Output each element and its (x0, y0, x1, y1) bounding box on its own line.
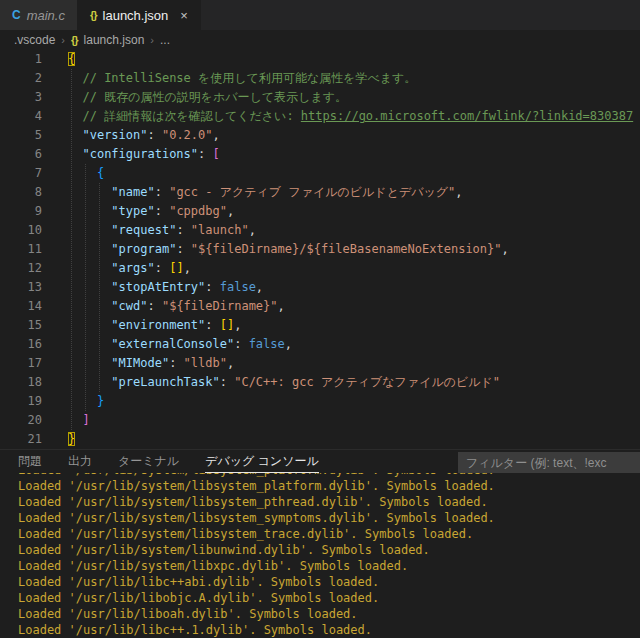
line-number: 17 (0, 354, 42, 373)
code-text: "name": "gcc - アクティブ ファイルのビルドとデバッグ", (42, 183, 463, 202)
code-line[interactable]: 2 // IntelliSense を使用して利用可能な属性を学べます。 (0, 69, 640, 88)
line-number: 9 (0, 202, 42, 221)
code-text: "stopAtEntry": false, (42, 278, 263, 297)
console-line: Loaded '/usr/lib/system/libsystem_trace.… (18, 526, 640, 542)
close-icon[interactable]: × (180, 8, 188, 23)
editor-tab-bar: C main.c {} launch.json × (0, 0, 640, 30)
panel-tab-output[interactable]: 出力 (68, 450, 92, 473)
code-editor[interactable]: 1{2 // IntelliSense を使用して利用可能な属性を学べます。3 … (0, 50, 640, 449)
line-number: 15 (0, 316, 42, 335)
console-line: Loaded '/usr/lib/system/libxpc.dylib'. S… (18, 558, 640, 574)
code-line[interactable]: 18 "preLaunchTask": "C/C++: gcc アクティブなファ… (0, 373, 640, 392)
console-line: Loaded '/usr/lib/system/libsystem_sympto… (18, 510, 640, 526)
code-text: "externalConsole": false, (42, 335, 292, 354)
line-number: 16 (0, 335, 42, 354)
console-lines: Loaded '/usr/lib/system/libsystem_platfo… (18, 478, 640, 638)
panel-tab-problems[interactable]: 問題 (18, 450, 42, 473)
editor-lines: 1{2 // IntelliSense を使用して利用可能な属性を学べます。3 … (0, 50, 640, 449)
code-text: "cwd": "${fileDirname}", (42, 297, 285, 316)
code-text: "version": "0.2.0", (42, 126, 220, 145)
line-number: 2 (0, 69, 42, 88)
chevron-right-icon: › (61, 34, 65, 46)
code-text: "args": [], (42, 259, 191, 278)
line-number: 19 (0, 392, 42, 411)
code-line[interactable]: 11 "program": "${fileDirname}/${fileBase… (0, 240, 640, 259)
line-number: 14 (0, 297, 42, 316)
code-text: "configurations": [ (42, 145, 220, 164)
code-text: { (42, 164, 104, 183)
code-line[interactable]: 15 "environment": [], (0, 316, 640, 335)
code-line[interactable]: 19 } (0, 392, 640, 411)
code-line[interactable]: 16 "externalConsole": false, (0, 335, 640, 354)
line-number: 6 (0, 145, 42, 164)
console-line: Loaded '/usr/lib/libc++.1.dylib'. Symbol… (18, 622, 640, 638)
code-line[interactable]: 12 "args": [], (0, 259, 640, 278)
code-line[interactable]: 20 ] (0, 411, 640, 430)
line-number: 3 (0, 88, 42, 107)
breadcrumb: .vscode › {} launch.json › ... (0, 30, 640, 50)
breadcrumb-item-symbol[interactable]: ... (160, 33, 170, 47)
code-line[interactable]: 4 // 詳細情報は次を確認してください: https://go.microso… (0, 107, 640, 126)
code-line[interactable]: 14 "cwd": "${fileDirname}", (0, 297, 640, 316)
code-line[interactable]: 13 "stopAtEntry": false, (0, 278, 640, 297)
code-text: "request": "launch", (42, 221, 256, 240)
line-number: 4 (0, 107, 42, 126)
panel-header: 問題 出力 ターミナル デバッグ コンソール (0, 449, 640, 473)
json-braces-icon: {} (90, 9, 97, 21)
breadcrumb-item-file[interactable]: launch.json (84, 33, 145, 47)
line-number: 1 (0, 50, 42, 69)
panel-tab-debug-console[interactable]: デバッグ コンソール (205, 450, 319, 473)
chevron-right-icon: › (150, 34, 154, 46)
line-number: 7 (0, 164, 42, 183)
tab-main-c[interactable]: C main.c (0, 0, 78, 30)
code-line[interactable]: 21} (0, 430, 640, 449)
console-line: Loaded '/usr/lib/liboah.dylib'. Symbols … (18, 606, 640, 622)
line-number: 20 (0, 411, 42, 430)
line-number: 8 (0, 183, 42, 202)
console-line: Loaded '/usr/lib/system/libsystem_pthrea… (18, 494, 640, 510)
code-line[interactable]: 7 { (0, 164, 640, 183)
code-text: // IntelliSense を使用して利用可能な属性を学べます。 (42, 69, 416, 88)
line-number: 11 (0, 240, 42, 259)
code-line[interactable]: 10 "request": "launch", (0, 221, 640, 240)
console-line: Loaded '/usr/lib/libc++abi.dylib'. Symbo… (18, 574, 640, 590)
json-braces-icon: {} (71, 34, 78, 46)
code-text: { (42, 50, 75, 69)
code-text: // 詳細情報は次を確認してください: https://go.microsoft… (42, 107, 633, 126)
console-line: Loaded '/usr/lib/libobjc.A.dylib'. Symbo… (18, 590, 640, 606)
code-text: } (42, 430, 75, 449)
code-line[interactable]: 6 "configurations": [ (0, 145, 640, 164)
code-text: // 既存の属性の説明をホバーして表示します。 (42, 88, 347, 107)
code-text: "preLaunchTask": "C/C++: gcc アクティブなファイルの… (42, 373, 500, 392)
line-number: 10 (0, 221, 42, 240)
tab-launch-json[interactable]: {} launch.json × (78, 0, 201, 30)
tab-label: main.c (27, 8, 65, 23)
debug-console-filter-input[interactable] (458, 452, 640, 473)
code-text: "program": "${fileDirname}/${fileBasenam… (42, 240, 509, 259)
code-line[interactable]: 17 "MIMode": "lldb", (0, 354, 640, 373)
code-line[interactable]: 8 "name": "gcc - アクティブ ファイルのビルドとデバッグ", (0, 183, 640, 202)
code-text: ] (42, 411, 90, 430)
console-line: Loaded '/usr/lib/system/libunwind.dylib'… (18, 542, 640, 558)
breadcrumb-item-vscode[interactable]: .vscode (14, 33, 55, 47)
indent-guide (71, 69, 72, 430)
line-number: 18 (0, 373, 42, 392)
console-line: Loaded '/usr/lib/system/libsystem_platfo… (18, 478, 640, 494)
code-line[interactable]: 9 "type": "cppdbg", (0, 202, 640, 221)
code-line[interactable]: 5 "version": "0.2.0", (0, 126, 640, 145)
indent-guide (99, 183, 100, 392)
code-line[interactable]: 1{ (0, 50, 640, 69)
line-number: 12 (0, 259, 42, 278)
line-number: 13 (0, 278, 42, 297)
code-line[interactable]: 3 // 既存の属性の説明をホバーして表示します。 (0, 88, 640, 107)
panel-tab-terminal[interactable]: ターミナル (118, 450, 179, 473)
indent-guide (85, 164, 86, 411)
line-number: 21 (0, 430, 42, 449)
c-file-icon: C (12, 8, 21, 22)
tab-label: launch.json (103, 8, 169, 23)
code-text: } (42, 392, 104, 411)
debug-console-output[interactable]: Loaded '/usr/lib/system/libsystem_platfo… (0, 473, 640, 638)
line-number: 5 (0, 126, 42, 145)
